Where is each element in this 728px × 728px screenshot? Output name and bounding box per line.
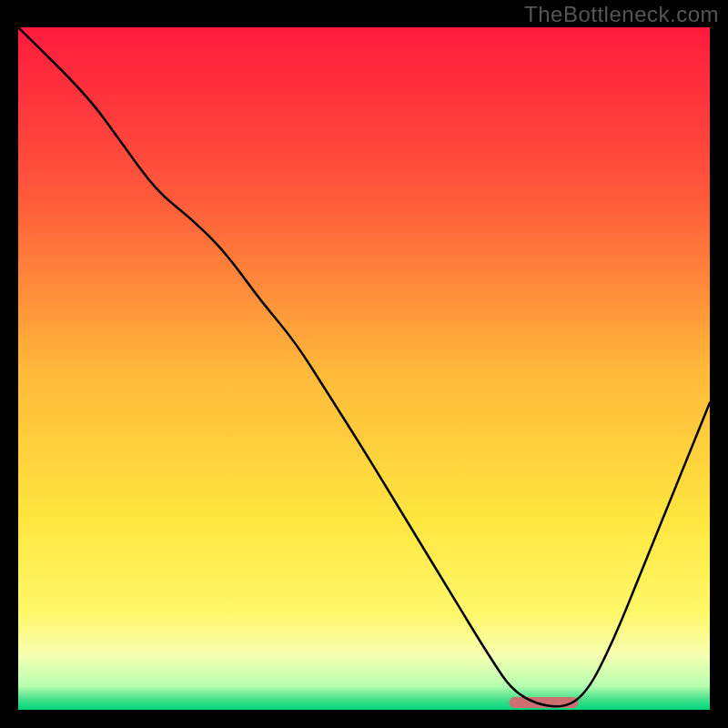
bottleneck-plot <box>18 27 710 710</box>
gradient-background <box>18 27 710 710</box>
chart-frame: TheBottleneck.com <box>0 0 728 728</box>
watermark-text: TheBottleneck.com <box>524 2 719 27</box>
optimum-marker <box>510 697 579 708</box>
chart-svg <box>18 27 710 710</box>
